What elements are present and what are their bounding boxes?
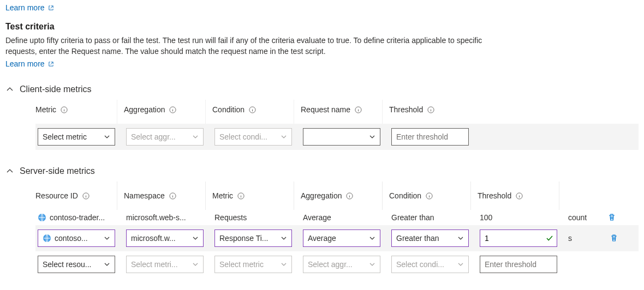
chevron-down-icon [281, 235, 287, 241]
request-name-dropdown[interactable] [303, 128, 380, 146]
chevron-down-icon [104, 235, 110, 241]
learn-more-label: Learn more [5, 59, 45, 68]
threshold-unit: count [566, 213, 599, 222]
col-namespace: Namespace [124, 182, 206, 210]
table-row-aggregation: Average [301, 210, 383, 225]
accordion-label: Client-side metrics [20, 84, 92, 94]
col-metric: Metric [35, 100, 117, 124]
table-row-namespace: microsoft.web-s... [124, 210, 206, 225]
table-row-metric: Requests [212, 210, 294, 225]
checkmark-icon [545, 234, 554, 243]
info-icon[interactable] [516, 192, 523, 200]
info-icon[interactable] [355, 106, 362, 113]
chevron-down-icon [457, 235, 464, 241]
chevron-down-icon [369, 261, 375, 268]
metric-dropdown[interactable]: Response Ti... [214, 229, 292, 247]
info-icon[interactable] [426, 192, 433, 200]
table-row-resource: contoso-trader... [35, 210, 117, 225]
learn-more-label: Learn more [5, 3, 45, 12]
chevron-down-icon [104, 261, 110, 268]
accordion-server-side[interactable]: Server-side metrics [5, 166, 639, 176]
accordion-label: Server-side metrics [20, 166, 95, 176]
col-request-name: Request name [301, 100, 383, 124]
col-aggregation: Aggregation [124, 100, 206, 124]
delete-row-button[interactable] [605, 211, 618, 224]
section-title: Test criteria [5, 22, 639, 32]
trash-icon [610, 234, 618, 243]
trash-icon [607, 213, 616, 222]
condition-dropdown[interactable]: Select condi... [391, 256, 469, 273]
external-link-icon [48, 5, 54, 11]
chevron-up-icon [5, 85, 14, 94]
chevron-down-icon [369, 134, 375, 140]
learn-more-link-top[interactable]: Learn more [5, 3, 54, 12]
chevron-down-icon [192, 235, 199, 241]
namespace-dropdown[interactable]: Select metri... [126, 256, 204, 273]
col-metric: Metric [212, 182, 294, 210]
info-icon[interactable] [427, 106, 434, 113]
col-threshold: Threshold [478, 182, 559, 210]
metric-dropdown[interactable]: Select metric [214, 256, 292, 273]
chevron-down-icon [192, 134, 199, 140]
condition-dropdown[interactable]: Select condi... [214, 128, 292, 146]
col-threshold: Threshold [389, 100, 471, 124]
table-row-threshold: 100 [478, 210, 559, 225]
resource-dropdown[interactable]: Select resou... [38, 256, 115, 273]
col-aggregation: Aggregation [301, 182, 383, 210]
threshold-unit: s [566, 229, 599, 247]
info-icon[interactable] [346, 192, 353, 200]
app-service-icon [38, 213, 46, 222]
learn-more-link-section[interactable]: Learn more [5, 59, 54, 68]
metric-dropdown[interactable]: Select metric [38, 128, 115, 146]
table-row-condition: Greater than [389, 210, 471, 225]
info-icon[interactable] [249, 106, 256, 113]
chevron-down-icon [457, 261, 464, 268]
chevron-down-icon [369, 235, 375, 241]
col-condition: Condition [212, 100, 294, 124]
info-icon[interactable] [169, 106, 176, 113]
chevron-down-icon [281, 134, 287, 140]
chevron-down-icon [104, 134, 110, 140]
aggregation-dropdown[interactable]: Select aggr... [126, 128, 204, 146]
chevron-down-icon [192, 261, 199, 268]
col-resource-id: Resource ID [35, 182, 117, 210]
threshold-input[interactable] [391, 128, 469, 146]
external-link-icon [48, 61, 54, 67]
section-description: Define upto fifty criteria to pass or fa… [5, 35, 497, 57]
chevron-down-icon [281, 261, 287, 268]
info-icon[interactable] [169, 192, 176, 200]
threshold-input[interactable] [480, 256, 557, 273]
info-icon[interactable] [82, 192, 90, 200]
namespace-dropdown[interactable]: microsoft.w... [126, 229, 204, 247]
info-icon[interactable] [61, 106, 68, 113]
chevron-up-icon [5, 167, 14, 176]
aggregation-dropdown[interactable]: Select aggr... [303, 256, 380, 273]
col-condition: Condition [389, 182, 471, 210]
condition-dropdown[interactable]: Greater than [391, 229, 469, 247]
info-icon[interactable] [237, 192, 245, 200]
resource-dropdown[interactable]: contoso... [38, 229, 115, 247]
aggregation-dropdown[interactable]: Average [303, 229, 380, 247]
delete-row-button[interactable] [607, 232, 621, 245]
accordion-client-side[interactable]: Client-side metrics [5, 84, 639, 94]
app-service-icon [43, 234, 51, 243]
